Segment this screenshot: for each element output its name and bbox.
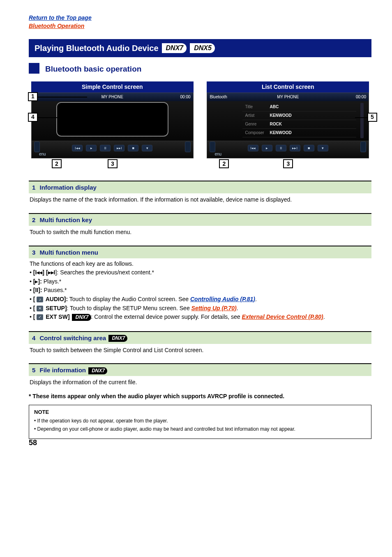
- desc-2-title: Multi function key: [40, 216, 92, 223]
- b1-text: ]: Searches the previous/next content.*: [55, 269, 154, 276]
- title-text: Playing Bluetooth Audio Device: [35, 42, 159, 54]
- title-bar: Playing Bluetooth Audio Device DNX7 DNX5: [29, 39, 371, 57]
- b6-bracket: [: [33, 313, 37, 320]
- return-top-link[interactable]: Return to the Top page: [29, 14, 371, 22]
- section-link[interactable]: Bluetooth Operation: [29, 22, 371, 30]
- desc-5-num: 5: [32, 367, 35, 374]
- desc-4-body: Touch to switch between the Simple Contr…: [29, 344, 371, 357]
- desc-2-body: Touch to switch the multi function menu.: [29, 226, 371, 239]
- b1-bracket-mid: ] [: [42, 269, 48, 276]
- info-genre-k: Genre: [245, 121, 270, 127]
- note-box: NOTE If the operation keys do not appear…: [29, 405, 371, 439]
- desc-1-title: Information display: [40, 184, 97, 191]
- mock-info-list: TitleABC ArtistKENWOOD GenreROCK Compose…: [242, 103, 356, 140]
- ext-sw-icon: ✓: [37, 314, 43, 320]
- callout-2-left: 2: [52, 159, 62, 168]
- info-row-composer: ComposerKENWOOD: [242, 129, 356, 137]
- callout-3-left: 3: [108, 159, 118, 168]
- list-caption: List Control screen: [207, 81, 369, 93]
- desc-3-b4: [ ♪ AUDIO]: Touch to display the Audio C…: [30, 295, 371, 304]
- mock-corner-right-r: [360, 142, 366, 152]
- callout-3-right: 3: [283, 159, 293, 168]
- desc-3-b2: [▸]: Plays.*: [30, 278, 371, 286]
- desc-5-body: Displays the information of the current …: [29, 376, 371, 389]
- desc-1-num: 1: [32, 184, 35, 191]
- note-2: Depending on your cell-phone or audio pl…: [34, 426, 366, 433]
- b5-bracket: [: [33, 305, 37, 311]
- b5-label: SETUP]: [44, 305, 67, 311]
- desc-5-badge: DNX7: [88, 367, 107, 374]
- play-icon-r: ▸: [262, 145, 272, 151]
- next-icon-r: ▸▸I: [290, 145, 300, 151]
- info-title-k: Title: [245, 104, 270, 110]
- audio-icon: ♪: [37, 297, 43, 302]
- b2-text: Plays.*: [42, 278, 61, 285]
- info-row-genre: GenreROCK: [242, 120, 356, 129]
- mock-device-name-r: MY PHONE: [277, 94, 299, 100]
- info-row-title: TitleABC: [242, 103, 356, 111]
- list-screen-mock: Bluetooth MY PHONE 00:00 TitleABC Artist…: [207, 93, 369, 158]
- mock-topbar-r: Bluetooth MY PHONE 00:00: [207, 93, 369, 101]
- callout-4: 4: [28, 113, 38, 122]
- desc-1-head: 1 Information display: [29, 181, 371, 193]
- setting-up-link[interactable]: Setting Up (P.70): [191, 305, 237, 311]
- desc-3-b6: [ ✓ EXT SW] DNX7: Control the external d…: [30, 313, 371, 321]
- stop-icon-r: ■: [304, 145, 314, 151]
- callout-1: 1: [28, 92, 38, 101]
- mock-controls-r: I◂◂ ▸ II ▸▸I ■ ▾: [217, 144, 359, 152]
- b3-text: Pauses.*: [42, 287, 67, 293]
- callout-5-line: [355, 117, 367, 118]
- play-icon: ▸: [86, 145, 97, 151]
- setup-icon: ✕: [37, 306, 43, 311]
- b5-body: : Touch to display the SETUP Menu screen…: [67, 305, 191, 311]
- mock-menu-label: enu: [39, 151, 46, 157]
- b6-label: EXT SW]: [44, 313, 71, 320]
- desc-3-title: Multi function menu: [40, 249, 98, 256]
- stop-icon: ■: [128, 145, 138, 151]
- b5-tail: .: [237, 305, 238, 311]
- pause-icon: II: [100, 145, 111, 151]
- desc-4-badge: DNX7: [108, 335, 127, 342]
- controlling-audio-link[interactable]: Controlling Audio (P.81): [190, 296, 255, 302]
- mock-corner-left: [34, 142, 40, 152]
- more-icon: ▾: [142, 145, 152, 151]
- b4-tail: .: [255, 296, 257, 302]
- b3-bracket-close: ]:: [38, 287, 42, 293]
- bluetooth-icon: Bluetooth: [210, 94, 227, 100]
- desc-3-b5: [ ✕ SETUP]: Touch to display the SETUP M…: [30, 304, 371, 313]
- desc-2-num: 2: [32, 216, 35, 223]
- subsection-square-icon: [29, 63, 39, 74]
- desc-1: 1 Information display Displays the name …: [29, 181, 371, 207]
- note-1: If the operation keys do not appear, ope…: [34, 418, 366, 425]
- simple-control-column: Simple Control screen MY PHONE 00:00 I◂◂…: [31, 81, 194, 159]
- desc-3-b3: [II]: Pauses.*: [30, 286, 371, 295]
- mock-device-name: MY PHONE: [101, 94, 123, 100]
- desc-4-title: Control switching area: [40, 334, 106, 341]
- mock-time-r: 00:00: [356, 94, 366, 100]
- desc-3-num: 3: [32, 249, 35, 256]
- mock-controls: I◂◂ ▸ II ▸▸I ■ ▾: [42, 144, 183, 152]
- simple-caption: Simple Control screen: [31, 81, 194, 93]
- desc-4-num: 4: [32, 334, 35, 341]
- b4-label: AUDIO]:: [44, 296, 68, 302]
- b6-tail: .: [323, 313, 325, 320]
- skip-prev-icon: I◂◂: [35, 269, 42, 276]
- list-control-column: List Control screen Bluetooth MY PHONE 0…: [207, 81, 369, 159]
- desc-2: 2 Multi function key Touch to switch the…: [29, 213, 371, 239]
- info-artist-v: KENWOOD: [270, 113, 291, 118]
- mock-time: 00:00: [180, 94, 191, 100]
- b2-bracket-close: ]:: [38, 278, 42, 285]
- badge-dnx5: DNX5: [190, 43, 215, 53]
- external-device-control-link[interactable]: External Device Control (P.80): [242, 313, 323, 320]
- subsection-bar: Bluetooth basic operation: [29, 63, 371, 76]
- skip-next-icon: ▸▸I: [48, 269, 55, 276]
- mock-bottombar: I◂◂ ▸ II ▸▸I ■ ▾ enu: [32, 141, 193, 158]
- info-title-v: ABC: [270, 104, 279, 110]
- desc-3-b1: [I◂◂] [▸▸I]: Searches the previous/next …: [30, 269, 371, 277]
- next-icon: ▸▸I: [114, 145, 125, 151]
- note-title: NOTE: [34, 408, 366, 416]
- info-composer-v: KENWOOD: [270, 130, 291, 136]
- prev-icon: I◂◂: [72, 145, 83, 151]
- desc-2-head: 2 Multi function key: [29, 213, 371, 226]
- desc-3: 3 Multi function menu The functions of e…: [29, 246, 371, 325]
